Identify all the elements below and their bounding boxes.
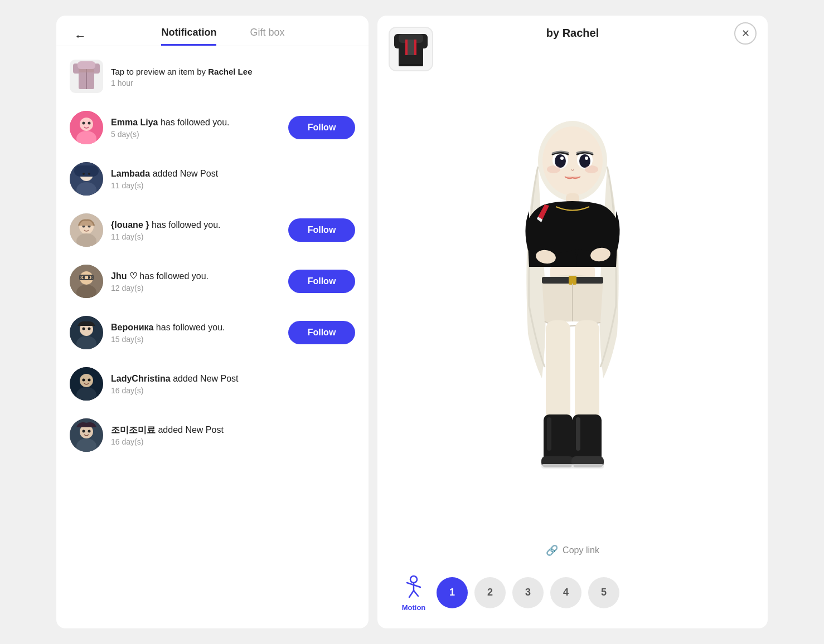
copy-link[interactable]: 🔗 Copy link [546,544,599,557]
svg-point-39 [88,379,91,382]
motion-figure-icon [401,575,426,599]
svg-rect-3 [77,61,95,69]
svg-rect-78 [541,464,574,469]
svg-point-34 [88,328,91,330]
svg-point-62 [585,165,598,173]
right-panel: by Rachel ✕ [377,16,768,628]
svg-point-23 [80,271,93,285]
avatar-3d-container [389,45,757,544]
number-button-1[interactable]: 1 [437,577,468,608]
svg-point-44 [88,430,91,433]
follow-button-emma[interactable]: Follow [288,116,355,139]
notif-text-veronika: Вероника has followed you. 15 day(s) [111,321,280,344]
svg-point-60 [585,157,588,160]
notif-text-jhu: Jhu ♡ has followed you. 12 day(s) [111,270,280,292]
notif-time-lambada: 11 day(s) [111,181,355,190]
follow-button-veronika[interactable]: Follow [288,321,355,344]
notif-item-lambada[interactable]: Lambada added New Post 11 day(s) [56,153,369,204]
follow-button-louane[interactable]: Follow [288,218,355,242]
notif-item-jomio[interactable]: 조미조미료 added New Post 16 day(s) [56,409,369,461]
avatar-lambada [70,162,103,196]
notif-item-louane[interactable]: {louane } has followed you. 11 day(s) Fo… [56,204,369,256]
svg-rect-5 [79,69,94,72]
notif-item-rachel[interactable]: Tap to preview an item by Rachel Lee 1 h… [56,51,369,102]
motion-icon [400,573,428,601]
notif-title-ladychristina: LadyChristina added New Post [111,373,355,385]
avatar-jhu-svg [70,265,103,298]
svg-rect-79 [571,464,604,469]
avatar-jomio-svg [70,418,103,452]
avatar-veronika [70,316,103,349]
notif-title-rachel: Tap to preview an item by Rachel Lee [111,66,355,77]
svg-point-33 [83,328,85,330]
notif-time-jomio: 16 day(s) [111,437,355,446]
svg-point-59 [560,157,564,160]
svg-line-85 [414,591,418,596]
notif-time-ladychristina: 16 day(s) [111,386,355,395]
copy-link-label: Copy link [563,545,599,555]
tabs: Notification Gift box [91,27,355,46]
avatar-louane-svg [70,213,103,247]
notif-time-jhu: 12 day(s) [111,284,280,292]
svg-point-80 [410,576,417,583]
avatar-3d-svg [489,111,656,479]
close-button[interactable]: ✕ [734,22,757,45]
motion-label: Motion [402,603,426,612]
svg-point-36 [80,374,93,387]
svg-point-15 [83,173,85,175]
svg-rect-51 [408,40,414,55]
notif-item-ladychristina[interactable]: LadyChristina added New Post 16 day(s) [56,358,369,409]
notif-text-jomio: 조미조미료 added New Post 16 day(s) [111,424,355,446]
notif-time-louane: 11 day(s) [111,232,280,241]
svg-point-38 [83,379,85,382]
svg-line-83 [414,585,420,587]
bottom-bar: Motion 1 2 3 4 5 [389,568,757,617]
notif-text-lambada: Lambada added New Post 11 day(s) [111,168,355,190]
follow-button-jhu[interactable]: Follow [288,270,355,293]
notif-text-emma: Emma Liya has followed you. 5 day(s) [111,116,280,139]
number-buttons: 1 2 3 4 5 [437,577,619,608]
avatar-emma [70,111,103,144]
svg-point-57 [555,154,566,168]
notif-item-emma[interactable]: Emma Liya has followed you. 5 day(s) Fol… [56,102,369,153]
back-button[interactable]: ← [70,27,91,46]
left-panel: ← Notification Gift box [56,16,369,628]
tab-notification[interactable]: Notification [161,27,216,46]
number-button-5[interactable]: 5 [588,577,619,608]
number-button-4[interactable]: 4 [550,577,581,608]
notif-time-veronika: 15 day(s) [111,335,280,344]
notification-list: Tap to preview an item by Rachel Lee 1 h… [56,46,369,628]
svg-rect-13 [74,165,99,177]
notif-text-rachel: Tap to preview an item by Rachel Lee 1 h… [111,66,355,87]
motion-button[interactable]: Motion [400,573,428,612]
svg-rect-74 [547,417,551,451]
avatar-ladychristina [70,367,103,401]
notif-title-louane: {louane } has followed you. [111,219,280,231]
notif-title-jomio: 조미조미료 added New Post [111,424,355,436]
avatar-jhu [70,265,103,298]
svg-point-9 [83,122,85,125]
avatar-emma-svg [70,111,103,144]
notif-item-veronika[interactable]: Вероника has followed you. 15 day(s) Fol… [56,307,369,358]
avatar-louane [70,213,103,247]
svg-point-16 [88,173,90,175]
notif-text-louane: {louane } has followed you. 11 day(s) [111,219,280,241]
right-title: by Rachel [546,27,599,40]
svg-point-58 [579,154,590,168]
right-header: by Rachel ✕ [389,27,757,40]
notif-item-jhu[interactable]: Jhu ♡ has followed you. 12 day(s) Follow [56,256,369,307]
number-button-3[interactable]: 3 [512,577,544,608]
avatar-lambada-svg [70,162,103,196]
clothing-icon [73,61,100,91]
link-icon: 🔗 [546,544,558,557]
number-button-2[interactable]: 2 [474,577,506,608]
svg-point-61 [547,165,560,173]
notif-time-rachel: 1 hour [111,79,355,87]
svg-point-54 [542,126,603,196]
avatar-veronika-svg [70,316,103,349]
avatar-ladychristina-svg [70,367,103,401]
svg-rect-52 [399,64,423,66]
item-thumbnail [70,60,103,93]
tab-giftbox[interactable]: Gift box [250,27,284,46]
notif-title-veronika: Вероника has followed you. [111,321,280,334]
